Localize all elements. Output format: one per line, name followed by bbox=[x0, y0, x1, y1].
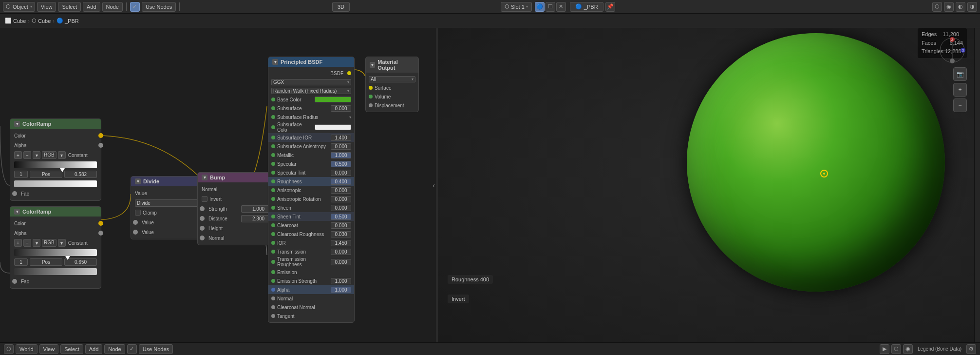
clamp-checkbox[interactable] bbox=[135, 210, 141, 216]
base-color-swatch[interactable] bbox=[315, 97, 351, 102]
volume-socket[interactable] bbox=[369, 95, 373, 99]
viewport-mode-selector[interactable]: ⬡ Object ▾ bbox=[3, 2, 35, 12]
ramp-interp-1[interactable]: ▾ bbox=[58, 151, 66, 159]
clearcoat-normal-socket[interactable] bbox=[271, 305, 275, 309]
color-output-socket-2[interactable] bbox=[98, 221, 103, 226]
use-nodes-label[interactable]: Use Nodes bbox=[142, 2, 176, 12]
bottom-playback-btn[interactable]: ▶ bbox=[880, 344, 889, 354]
emission-socket[interactable] bbox=[271, 270, 275, 274]
material-output-header[interactable]: ▾ Material Output bbox=[366, 57, 418, 73]
subsurface-radius-socket[interactable] bbox=[271, 115, 275, 119]
subsurface-ior-socket[interactable] bbox=[271, 136, 275, 139]
bottom-editor-icon[interactable]: ⬡ bbox=[4, 344, 14, 354]
emission-strength-socket[interactable] bbox=[271, 279, 275, 283]
view-menu[interactable]: View bbox=[37, 2, 57, 12]
ramp-interp-2[interactable]: ▾ bbox=[58, 239, 66, 247]
3d-viewport[interactable]: Edges 11,200 Faces 6,144 Triangles 12,28… bbox=[438, 28, 974, 342]
divide-value2-input[interactable] bbox=[133, 230, 138, 235]
viewport-overlay-btn[interactable]: ⬡ bbox=[932, 2, 942, 12]
bump-collapse[interactable]: ▾ bbox=[202, 175, 207, 180]
color-ramp-1-collapse[interactable]: ▾ bbox=[14, 121, 20, 127]
ramp-remove-btn-2[interactable]: − bbox=[23, 239, 31, 247]
specular-socket[interactable] bbox=[271, 162, 275, 166]
bump-distance-input[interactable] bbox=[200, 216, 205, 221]
sheen-tint-value[interactable]: 0.500 bbox=[331, 214, 351, 220]
tangent-socket[interactable] bbox=[271, 314, 275, 318]
subsurface-value[interactable]: 0.000 bbox=[331, 105, 351, 112]
anisotropic-value[interactable]: 0.000 bbox=[331, 187, 351, 194]
subsurface-socket[interactable] bbox=[271, 106, 275, 110]
bottom-viewport-btn2[interactable]: ⬡ bbox=[891, 344, 901, 354]
color-ramp-2-header[interactable]: ▾ ColorRamp bbox=[10, 207, 101, 217]
bottom-add-menu[interactable]: Add bbox=[85, 344, 103, 354]
bottom-use-nodes-icon[interactable]: ✓ bbox=[127, 344, 137, 354]
clearcoat-roughness-socket[interactable] bbox=[271, 232, 275, 236]
fac-input-socket-1[interactable] bbox=[12, 191, 17, 196]
viewport-shading2-btn[interactable]: ◐ bbox=[956, 2, 965, 12]
bottom-world-label[interactable]: World bbox=[16, 344, 38, 354]
transmission-roughness-value[interactable]: 0.000 bbox=[331, 259, 351, 265]
divide-value1-input[interactable] bbox=[133, 220, 138, 225]
zoom-out-btn[interactable]: − bbox=[953, 99, 967, 112]
clearcoat-value[interactable]: 0.000 bbox=[331, 222, 351, 229]
viewport-gizmo[interactable]: Z X bbox=[938, 36, 967, 65]
node-menu[interactable]: Node bbox=[102, 2, 123, 12]
ramp-handle-1[interactable] bbox=[60, 168, 65, 172]
aniso-rotation-socket[interactable] bbox=[271, 197, 275, 201]
bump-strength-input[interactable] bbox=[200, 206, 205, 211]
divide-collapse[interactable]: ▾ bbox=[135, 178, 141, 184]
viewport-shading-btn[interactable]: ◉ bbox=[944, 2, 954, 12]
bottom-node-menu[interactable]: Node bbox=[104, 344, 125, 354]
subsurface-ior-value[interactable]: 1.400 bbox=[331, 135, 351, 141]
principled-collapse[interactable]: ▾ bbox=[272, 59, 278, 65]
normal-socket[interactable] bbox=[271, 296, 275, 300]
ramp-swatch-2[interactable] bbox=[14, 268, 97, 275]
color-ramp-1-header[interactable]: ▾ ColorRamp bbox=[10, 119, 101, 129]
ramp-pos-num-1[interactable]: 1 bbox=[14, 171, 28, 178]
sheen-socket[interactable] bbox=[271, 206, 275, 210]
bottom-use-nodes-label[interactable]: Use Nodes bbox=[139, 344, 173, 354]
alpha-socket[interactable] bbox=[271, 288, 275, 292]
ramp-remove-btn-1[interactable]: − bbox=[23, 151, 31, 159]
principled-header[interactable]: ▾ Principled BSDF bbox=[268, 57, 354, 67]
roughness-value[interactable]: 0.400 bbox=[331, 178, 351, 185]
use-nodes-checkbox[interactable]: ✓ bbox=[130, 2, 140, 12]
fac-input-socket-2[interactable] bbox=[12, 279, 17, 284]
ramp-handle-2[interactable] bbox=[65, 256, 70, 260]
breadcrumb-pbr[interactable]: 🔵 _PBR bbox=[57, 18, 79, 24]
bump-header[interactable]: ▾ Bump bbox=[198, 173, 280, 182]
bottom-settings-btn[interactable]: ⚙ bbox=[966, 344, 976, 354]
breadcrumb-cube2[interactable]: ⬡ Cube bbox=[32, 18, 51, 24]
color-output-socket-1[interactable] bbox=[98, 133, 103, 138]
metallic-socket[interactable] bbox=[271, 153, 275, 157]
pbr-icon1[interactable]: 🔵 bbox=[535, 2, 545, 12]
ramp-mode-2[interactable]: RGB bbox=[42, 239, 57, 247]
camera-btn[interactable]: 📷 bbox=[953, 67, 967, 81]
select-menu[interactable]: Select bbox=[58, 2, 81, 12]
ramp-menu-btn-2[interactable]: ▾ bbox=[33, 239, 40, 247]
displacement-socket[interactable] bbox=[369, 103, 373, 107]
alpha-output-socket-2[interactable] bbox=[98, 231, 103, 236]
mat-all-dropdown[interactable]: All ▾ bbox=[369, 76, 415, 82]
specular-tint-value[interactable]: 0.000 bbox=[331, 170, 351, 176]
color-ramp-2-collapse[interactable]: ▾ bbox=[14, 209, 20, 215]
ramp-pos-num-2[interactable]: 1 bbox=[14, 258, 28, 266]
subsurface-aniso-socket[interactable] bbox=[271, 144, 275, 148]
sheen-value[interactable]: 0.000 bbox=[331, 205, 351, 211]
transmission-value[interactable]: 0.000 bbox=[331, 249, 351, 255]
pin-icon[interactable]: 📌 bbox=[605, 2, 615, 12]
emission-strength-value[interactable]: 1.000 bbox=[331, 278, 351, 284]
transmission-socket[interactable] bbox=[271, 250, 275, 254]
surface-socket[interactable] bbox=[369, 86, 373, 90]
ramp-menu-btn-1[interactable]: ▾ bbox=[33, 151, 40, 159]
transmission-roughness-socket[interactable] bbox=[271, 260, 275, 264]
specular-value[interactable]: 0.500 bbox=[331, 161, 351, 167]
zoom-in-btn[interactable]: + bbox=[953, 83, 967, 97]
ggx-dropdown[interactable]: GGX ▾ bbox=[271, 79, 351, 85]
ramp-pos-value-1[interactable]: 0.582 bbox=[64, 171, 97, 178]
ramp-bar-1[interactable] bbox=[14, 161, 97, 168]
sheen-tint-socket[interactable] bbox=[271, 215, 275, 218]
clearcoat-roughness-value[interactable]: 0.030 bbox=[331, 231, 351, 237]
specular-tint-socket[interactable] bbox=[271, 171, 275, 175]
bottom-select-menu[interactable]: Select bbox=[60, 344, 83, 354]
